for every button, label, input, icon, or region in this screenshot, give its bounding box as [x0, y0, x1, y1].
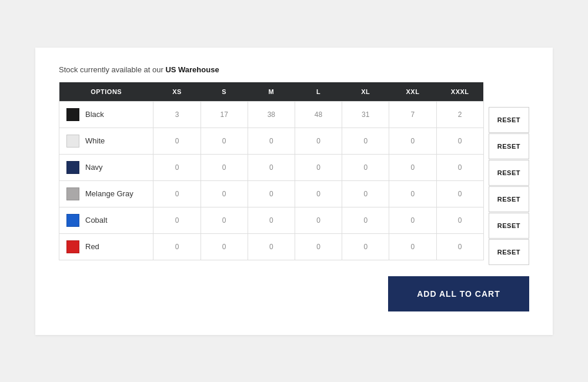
size-quantity-cell[interactable]: 0	[201, 128, 248, 154]
color-swatch	[66, 108, 79, 121]
color-name: Navy	[85, 163, 103, 172]
size-quantity-cell[interactable]: 0	[153, 233, 201, 260]
color-swatch	[66, 135, 79, 148]
size-quantity-cell[interactable]: 0	[436, 128, 483, 154]
size-quantity-cell[interactable]: 0	[201, 233, 248, 260]
size-quantity-cell[interactable]: 0	[342, 180, 389, 207]
reset-button[interactable]: RESET	[489, 186, 529, 212]
color-name: Black	[85, 110, 104, 119]
size-quantity-cell[interactable]: 0	[295, 128, 342, 154]
reset-button[interactable]: RESET	[489, 133, 529, 159]
reset-button[interactable]: RESET	[489, 239, 529, 265]
inventory-table: OPTIONS XS S M L XL XXL XXXL Black317384…	[59, 82, 484, 260]
size-quantity-cell[interactable]: 0	[248, 154, 295, 180]
size-quantity-cell[interactable]: 0	[153, 207, 201, 233]
reset-button[interactable]: RESET	[489, 213, 529, 239]
size-quantity-cell[interactable]: 0	[153, 180, 201, 207]
size-quantity-cell[interactable]: 0	[295, 207, 342, 233]
size-quantity-cell[interactable]: 2	[436, 101, 483, 128]
color-name: Cobalt	[85, 216, 108, 224]
size-quantity-cell[interactable]: 0	[153, 128, 201, 154]
size-quantity-cell[interactable]: 0	[248, 233, 295, 260]
color-swatch	[66, 214, 79, 227]
size-header-m: M	[248, 82, 295, 102]
stock-notice-prefix: Stock currently available at our	[59, 65, 165, 74]
color-swatch	[66, 187, 79, 200]
table-row: Red0000000	[59, 233, 484, 260]
size-quantity-cell[interactable]: 0	[436, 154, 483, 180]
add-all-to-cart-button[interactable]: ADD ALL TO CART	[388, 276, 529, 311]
table-wrapper: OPTIONS XS S M L XL XXL XXXL Black317384…	[59, 82, 529, 266]
size-quantity-cell[interactable]: 0	[342, 233, 389, 260]
table-row: Melange Gray0000000	[59, 180, 484, 207]
color-name: Red	[85, 242, 99, 251]
size-quantity-cell[interactable]: 0	[153, 154, 201, 180]
size-quantity-cell[interactable]: 0	[248, 180, 295, 207]
options-cell: Red	[59, 233, 153, 260]
size-quantity-cell[interactable]: 0	[201, 207, 248, 233]
size-quantity-cell[interactable]: 0	[295, 154, 342, 180]
color-swatch	[66, 161, 79, 174]
size-quantity-cell[interactable]: 0	[389, 233, 436, 260]
options-header: OPTIONS	[59, 82, 153, 102]
size-header-xl: XL	[342, 82, 389, 102]
size-quantity-cell[interactable]: 0	[436, 180, 483, 207]
size-quantity-cell[interactable]: 17	[201, 101, 248, 128]
warehouse-name: US Warehouse	[165, 65, 219, 74]
options-cell: Cobalt	[59, 207, 153, 233]
size-quantity-cell[interactable]: 0	[295, 233, 342, 260]
size-header-xxxl: XXXL	[436, 82, 483, 102]
size-quantity-cell[interactable]: 0	[248, 128, 295, 154]
table-row: Black31738483172	[59, 101, 484, 128]
options-cell: White	[59, 128, 153, 154]
size-quantity-cell[interactable]: 0	[342, 128, 389, 154]
reset-buttons-container: RESETRESETRESETRESETRESETRESET	[489, 107, 529, 266]
color-name: White	[85, 136, 105, 145]
reset-spacer	[489, 82, 529, 107]
table-row: White0000000	[59, 128, 484, 154]
stock-notice: Stock currently available at our US Ware…	[59, 65, 529, 74]
size-quantity-cell[interactable]: 31	[342, 101, 389, 128]
size-quantity-cell[interactable]: 38	[248, 101, 295, 128]
size-quantity-cell[interactable]: 7	[389, 101, 436, 128]
product-card: Stock currently available at our US Ware…	[35, 48, 553, 335]
size-header-l: L	[295, 82, 342, 102]
table-body: Black31738483172White0000000Navy0000000M…	[59, 101, 484, 260]
options-cell: Navy	[59, 154, 153, 180]
size-quantity-cell[interactable]: 0	[436, 233, 483, 260]
size-quantity-cell[interactable]: 0	[201, 180, 248, 207]
size-quantity-cell[interactable]: 3	[153, 101, 201, 128]
size-header-xs: XS	[153, 82, 201, 102]
options-cell: Black	[59, 101, 153, 128]
size-quantity-cell[interactable]: 48	[295, 101, 342, 128]
table-row: Cobalt0000000	[59, 207, 484, 233]
size-quantity-cell[interactable]: 0	[389, 207, 436, 233]
size-quantity-cell[interactable]: 0	[342, 154, 389, 180]
size-header-xxl: XXL	[389, 82, 436, 102]
size-quantity-cell[interactable]: 0	[436, 207, 483, 233]
add-to-cart-row: ADD ALL TO CART	[59, 276, 529, 311]
size-quantity-cell[interactable]: 0	[389, 128, 436, 154]
reset-button[interactable]: RESET	[489, 107, 529, 133]
size-quantity-cell[interactable]: 0	[248, 207, 295, 233]
size-quantity-cell[interactable]: 0	[389, 154, 436, 180]
size-quantity-cell[interactable]: 0	[201, 154, 248, 180]
color-swatch	[66, 240, 79, 253]
size-quantity-cell[interactable]: 0	[342, 207, 389, 233]
size-quantity-cell[interactable]: 0	[295, 180, 342, 207]
reset-button[interactable]: RESET	[489, 160, 529, 186]
table-row: Navy0000000	[59, 154, 484, 180]
size-header-s: S	[201, 82, 248, 102]
color-name: Melange Gray	[85, 189, 133, 198]
table-header: OPTIONS XS S M L XL XXL XXXL	[59, 82, 484, 102]
options-cell: Melange Gray	[59, 180, 153, 207]
size-quantity-cell[interactable]: 0	[389, 180, 436, 207]
reset-column: RESETRESETRESETRESETRESETRESET	[489, 82, 529, 266]
